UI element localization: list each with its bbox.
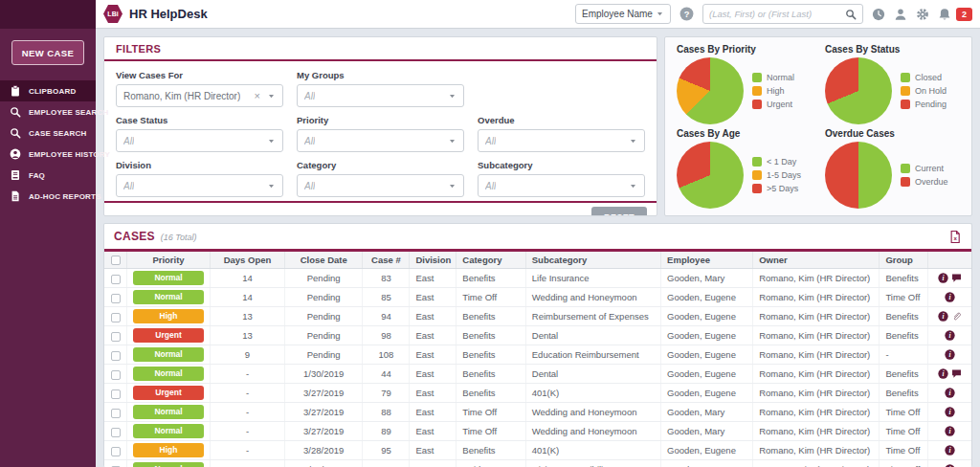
priority-badge: Urgent [133,328,204,343]
select-all-checkbox[interactable] [111,256,121,265]
comment-icon[interactable] [951,273,962,283]
legend-label: 1-5 Days [767,170,801,180]
cell-category: Benefits [457,326,525,345]
cell-checkbox [104,441,127,460]
brand: LBi HR HelpDesk [103,5,208,24]
filter-select-priority[interactable]: All [297,129,464,152]
chart-body: < 1 Day1-5 Days>5 Days [677,141,812,210]
sidebar-item-case-search[interactable]: CASE SEARCH [0,122,96,144]
filter-select-division[interactable]: All [116,174,283,197]
row-checkbox[interactable] [111,351,121,361]
legend-item: Closed [901,73,947,82]
priority-badge: Normal [133,462,204,467]
gear-icon[interactable] [916,8,929,21]
cell-division: East [410,460,457,467]
search-mode-select[interactable]: Employee Name [575,4,671,24]
filter-select-overdue[interactable]: All [478,129,645,152]
sidebar-item-employee-search[interactable]: EMPLOYEE SEARCH [0,101,96,122]
row-checkbox[interactable] [111,275,121,284]
row-checkbox[interactable] [111,409,121,418]
filter-select-case-status[interactable]: All [116,129,283,152]
row-checkbox[interactable] [111,370,121,380]
cell-checkbox [104,288,127,307]
cell-group: Time Off [880,403,928,422]
notification-badge[interactable]: 2 [956,8,972,21]
chart-cases-by-status: Cases By StatusClosedOn HoldPending [825,41,960,125]
sidebar-item-employee-history[interactable]: EMPLOYEE HISTORY [0,144,96,165]
paperclip-icon[interactable] [951,311,962,322]
filter-select-my-groups[interactable]: All [297,84,464,107]
cases-title: CASES [114,230,155,243]
priority-badge: Normal [133,367,204,381]
sidebar-item-faq[interactable]: FAQ [0,165,96,186]
cell-owner: Romano, Kim (HR Director) [753,460,880,467]
legend-item: Overdue [901,177,948,187]
row-checkbox[interactable] [111,389,121,399]
row-checkbox[interactable] [111,332,121,342]
chart-legend: CurrentOverdue [901,164,948,187]
user-icon[interactable] [894,8,907,21]
cell-days-open: - [211,365,285,384]
info-icon[interactable]: i [945,388,955,398]
row-checkbox[interactable] [111,294,121,303]
chevron-down-icon [267,182,276,190]
legend-item: < 1 Day [752,157,801,167]
cell-case-number: 79 [363,384,410,403]
cell-employee: Gooden, Eugene [661,365,753,384]
cell-priority: Normal [127,288,211,307]
cell-owner: Romano, Kim (HR Director) [753,365,880,384]
filter-select-value: All [123,136,134,146]
filter-select-value: Romano, Kim (HR Director) [123,91,240,101]
info-icon[interactable]: i [945,407,955,417]
history-icon[interactable] [872,8,885,21]
cell-case-number: 83 [363,269,410,288]
cell-employee: Gooden, Eugene [661,307,753,326]
column-header-close-date: Close Date [284,252,363,269]
book-icon [10,169,21,181]
table-row: Normal-1/30/201944EastBenefitsDentalGood… [104,365,971,384]
cell-category: Benefits [457,441,525,460]
cell-priority: Normal [127,403,211,422]
row-checkbox[interactable] [111,313,121,322]
cell-employee: Gooden, Mary [661,422,753,441]
reset-button[interactable]: RESET [591,207,647,216]
cell-actions: i [928,326,971,345]
row-checkbox[interactable] [111,428,121,437]
filter-select-subcategory[interactable]: All [478,174,645,197]
comment-icon[interactable] [951,368,962,379]
chart-body: CurrentOverdue [825,141,960,210]
info-icon[interactable]: i [938,311,948,322]
sidebar-item-ad-hoc-reports[interactable]: AD-HOC REPORTS [0,186,96,207]
sidebar-item-clipboard[interactable]: CLIPBOARD [0,80,96,101]
filter-select-view-cases-for[interactable]: Romano, Kim (HR Director)× [116,84,283,107]
table-row: High13Pending94EastBenefitsReimbursement… [104,307,971,326]
sidebar: NEW CASE CLIPBOARDEMPLOYEE SEARCHCASE SE… [0,0,96,467]
row-action-icons: i [934,349,966,360]
info-icon[interactable]: i [945,426,955,436]
chevron-down-icon [448,182,457,190]
priority-badge: High [133,443,204,457]
cell-division: East [410,326,457,345]
cell-close-date: 3/28/2019 [284,460,363,467]
info-icon[interactable]: i [945,330,955,341]
help-icon[interactable]: ? [679,7,694,21]
new-case-button[interactable]: NEW CASE [11,40,84,65]
info-icon[interactable]: i [945,349,955,360]
info-icon[interactable]: i [945,292,955,302]
info-icon[interactable]: i [945,445,955,456]
table-row: Normal-3/27/201988EastTime OffWedding an… [104,403,971,422]
cell-division: East [410,288,457,307]
export-icon[interactable]: x [948,230,962,244]
cell-days-open: - [211,384,285,403]
info-icon[interactable]: i [938,273,948,283]
cases-total-count: (16 Total) [161,233,197,242]
search-input[interactable] [709,9,845,19]
search-icon[interactable] [845,9,857,20]
cell-group: Benefits [880,269,928,288]
priority-badge: Normal [133,347,204,362]
filter-select-category[interactable]: All [297,174,464,197]
bell-icon[interactable] [938,8,951,21]
info-icon[interactable]: i [938,368,948,379]
clear-icon[interactable]: × [251,90,267,101]
row-checkbox[interactable] [111,447,121,456]
